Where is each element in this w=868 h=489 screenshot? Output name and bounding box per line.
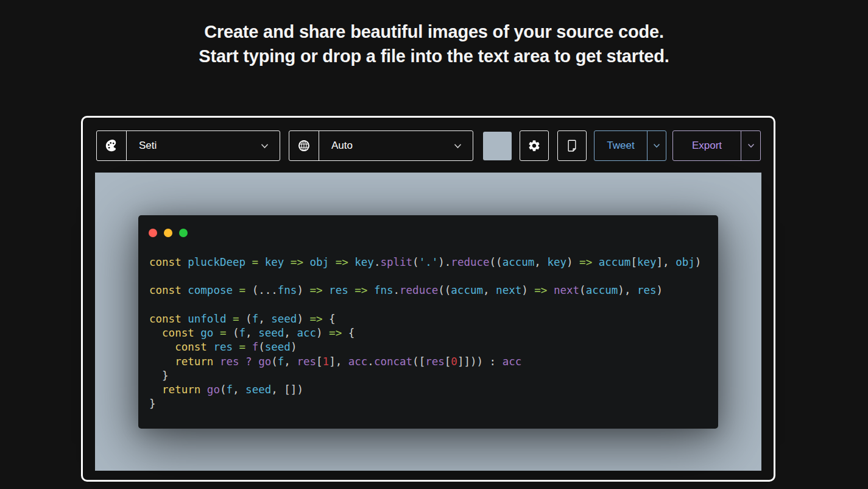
- globe-icon: [289, 131, 319, 160]
- background-swatch[interactable]: [483, 132, 512, 160]
- page-subtitle-line2: Start typing or drop a file into the tex…: [0, 44, 868, 68]
- theme-select[interactable]: Seti: [96, 130, 280, 161]
- page: Create and share beautiful images of you…: [0, 0, 868, 489]
- code-editor[interactable]: const pluckDeep = key => obj => key.spli…: [149, 255, 701, 412]
- settings-button[interactable]: [520, 130, 549, 161]
- chevron-down-icon: [261, 143, 280, 149]
- code-line: [149, 269, 701, 284]
- language-select-value: Auto: [319, 140, 454, 152]
- code-line: const res = f(seed): [149, 340, 701, 354]
- code-line: const pluckDeep = key => obj => key.spli…: [149, 255, 701, 269]
- export-dropdown-toggle[interactable]: [741, 131, 760, 160]
- toolbar: Seti Auto: [96, 130, 761, 161]
- copy-button[interactable]: [557, 130, 587, 161]
- export-button-label[interactable]: Export: [673, 131, 741, 160]
- window-dot-maximize: [179, 229, 188, 237]
- tweet-dropdown-toggle[interactable]: [647, 131, 666, 160]
- code-line: }: [149, 397, 701, 411]
- code-window: const pluckDeep = key => obj => key.spli…: [138, 215, 718, 429]
- gear-icon: [528, 139, 541, 152]
- window-controls: [149, 229, 194, 237]
- theme-select-value: Seti: [127, 140, 261, 152]
- code-line: const go = (f, seed, acc) => {: [149, 326, 701, 340]
- page-subtitle: Create and share beautiful images of you…: [0, 20, 868, 68]
- code-line: [149, 298, 701, 312]
- code-line: return go(f, seed, []): [149, 383, 701, 397]
- code-line: }: [149, 369, 701, 383]
- window-dot-minimize: [164, 229, 172, 237]
- tweet-button-label[interactable]: Tweet: [595, 131, 647, 160]
- code-line: const unfold = (f, seed) => {: [149, 312, 701, 326]
- preview-area[interactable]: const pluckDeep = key => obj => key.spli…: [95, 173, 761, 471]
- tweet-button[interactable]: Tweet: [594, 130, 666, 161]
- palette-icon: [97, 131, 127, 160]
- editor-container: Seti Auto: [81, 116, 775, 482]
- code-line: const compose = (...fns) => res => fns.r…: [149, 284, 701, 298]
- export-button[interactable]: Export: [672, 130, 761, 161]
- chevron-down-icon: [454, 143, 473, 149]
- document-icon: [566, 139, 578, 152]
- page-subtitle-line1: Create and share beautiful images of you…: [0, 20, 868, 44]
- language-select[interactable]: Auto: [289, 130, 473, 161]
- code-line: return res ? go(f, res[1], acc.concat([r…: [149, 355, 701, 369]
- window-dot-close: [149, 229, 157, 237]
